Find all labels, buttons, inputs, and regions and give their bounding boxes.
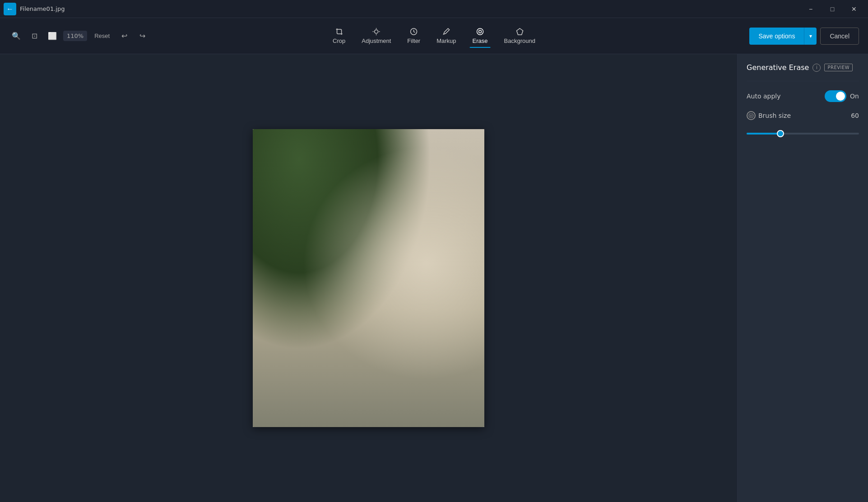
undo-icon: ↩ bbox=[121, 32, 127, 40]
tab-adjustment-label: Adjustment bbox=[362, 37, 391, 44]
svg-point-43 bbox=[750, 115, 752, 116]
slider-track bbox=[747, 133, 859, 135]
background-icon bbox=[515, 28, 524, 36]
svg-point-26 bbox=[357, 288, 379, 304]
cancel-button[interactable]: Cancel bbox=[820, 28, 859, 45]
svg-point-23 bbox=[300, 256, 345, 314]
auto-apply-row: Auto apply On bbox=[747, 90, 859, 102]
svg-point-25 bbox=[343, 286, 393, 324]
toolbar-right: Save options ▾ Cancel bbox=[749, 28, 859, 45]
toggle-group: On bbox=[825, 90, 859, 102]
svg-point-21 bbox=[311, 305, 402, 395]
svg-point-42 bbox=[749, 113, 753, 118]
svg-rect-8 bbox=[253, 129, 484, 427]
save-dropdown-button[interactable]: ▾ bbox=[804, 28, 817, 45]
zoom-fit-icon: ⊡ bbox=[32, 32, 37, 40]
slider-thumb[interactable] bbox=[777, 130, 784, 137]
brush-label-group: Brush size bbox=[747, 111, 791, 120]
tab-crop-label: Crop bbox=[333, 37, 345, 44]
markup-icon bbox=[442, 28, 450, 36]
main-area: Generative Erase i PREVIEW Auto apply On bbox=[0, 54, 868, 502]
slider-fill bbox=[747, 133, 780, 135]
svg-point-14 bbox=[257, 129, 343, 215]
svg-point-38 bbox=[350, 377, 422, 423]
dropdown-chevron-icon: ▾ bbox=[809, 33, 812, 39]
auto-apply-label: Auto apply bbox=[747, 93, 780, 100]
svg-rect-7 bbox=[253, 129, 484, 427]
svg-point-40 bbox=[341, 392, 390, 424]
back-icon: ← bbox=[6, 5, 14, 13]
panel-header: Generative Erase i PREVIEW bbox=[747, 63, 859, 72]
zoom-out-icon: 🔍 bbox=[12, 32, 21, 40]
svg-marker-13 bbox=[402, 319, 484, 373]
preview-badge: PREVIEW bbox=[824, 64, 853, 71]
toolbar: 🔍 ⊡ ⬜ 110% Reset ↩ ↪ Crop bbox=[0, 18, 868, 54]
svg-point-39 bbox=[350, 377, 422, 423]
brush-size-label: Brush size bbox=[758, 112, 791, 119]
title-bar: ← Filename01.jpg − □ ✕ bbox=[0, 0, 868, 18]
svg-rect-9 bbox=[411, 129, 447, 373]
photo-image bbox=[253, 129, 484, 427]
brush-size-slider[interactable] bbox=[747, 129, 859, 138]
svg-point-2 bbox=[477, 28, 483, 35]
toolbar-left: 🔍 ⊡ ⬜ 110% Reset ↩ ↪ bbox=[9, 29, 149, 43]
svg-rect-36 bbox=[253, 386, 484, 427]
tab-adjustment[interactable]: Adjustment bbox=[354, 24, 398, 48]
svg-point-17 bbox=[280, 183, 307, 210]
svg-point-35 bbox=[305, 346, 332, 391]
svg-point-29 bbox=[387, 273, 398, 284]
panel-title: Generative Erase bbox=[747, 63, 809, 72]
info-icon-label: i bbox=[816, 65, 817, 70]
zoom-fit-button[interactable]: ⊡ bbox=[27, 29, 42, 43]
zoom-actual-button[interactable]: ⬜ bbox=[45, 29, 60, 43]
svg-point-28 bbox=[346, 273, 349, 276]
maximize-button[interactable]: □ bbox=[822, 2, 843, 16]
svg-point-41 bbox=[399, 383, 424, 408]
svg-marker-4 bbox=[516, 28, 523, 35]
tab-filter-label: Filter bbox=[407, 37, 420, 44]
zoom-out-button[interactable]: 🔍 bbox=[9, 29, 23, 43]
crop-icon bbox=[335, 28, 343, 36]
filter-icon bbox=[410, 28, 418, 36]
tab-filter[interactable]: Filter bbox=[400, 24, 427, 48]
brush-size-icon bbox=[747, 111, 756, 120]
canvas-area[interactable] bbox=[0, 54, 737, 502]
filename-label: Filename01.jpg bbox=[20, 5, 65, 12]
tab-markup[interactable]: Markup bbox=[429, 24, 463, 48]
svg-point-34 bbox=[341, 319, 395, 391]
tab-background[interactable]: Background bbox=[497, 24, 543, 48]
back-button[interactable]: ← bbox=[4, 3, 16, 15]
svg-point-20 bbox=[298, 278, 424, 395]
photo-container bbox=[253, 129, 484, 427]
info-icon[interactable]: i bbox=[812, 64, 821, 72]
tab-erase[interactable]: Erase bbox=[465, 24, 495, 48]
svg-point-33 bbox=[381, 386, 413, 404]
svg-point-22 bbox=[318, 235, 418, 330]
auto-apply-toggle[interactable] bbox=[825, 90, 846, 102]
close-button[interactable]: ✕ bbox=[844, 2, 864, 16]
brush-size-row: Brush size 60 bbox=[747, 111, 859, 120]
brush-size-value: 60 bbox=[851, 112, 859, 119]
zoom-actual-icon: ⬜ bbox=[48, 32, 57, 40]
svg-point-16 bbox=[296, 140, 327, 172]
svg-point-0 bbox=[375, 30, 378, 33]
save-options-button[interactable]: Save options bbox=[749, 28, 804, 45]
reset-button[interactable]: Reset bbox=[91, 31, 113, 41]
adjustment-icon bbox=[372, 28, 381, 36]
tab-markup-label: Markup bbox=[436, 37, 456, 44]
svg-point-18 bbox=[278, 242, 318, 260]
undo-button[interactable]: ↩ bbox=[117, 29, 131, 43]
svg-rect-10 bbox=[447, 129, 484, 373]
zoom-level: 110% bbox=[63, 31, 87, 41]
right-panel: Generative Erase i PREVIEW Auto apply On bbox=[737, 54, 868, 502]
photo-svg bbox=[253, 129, 484, 427]
nav-tabs: Crop Adjustment Filter bbox=[325, 24, 543, 48]
svg-point-30 bbox=[394, 275, 396, 278]
svg-point-32 bbox=[307, 375, 343, 398]
erase-icon bbox=[476, 28, 484, 36]
redo-button[interactable]: ↪ bbox=[135, 29, 149, 43]
minimize-button[interactable]: − bbox=[800, 2, 821, 16]
tab-crop[interactable]: Crop bbox=[325, 24, 353, 48]
svg-point-37 bbox=[253, 373, 484, 400]
tab-background-label: Background bbox=[504, 37, 535, 44]
